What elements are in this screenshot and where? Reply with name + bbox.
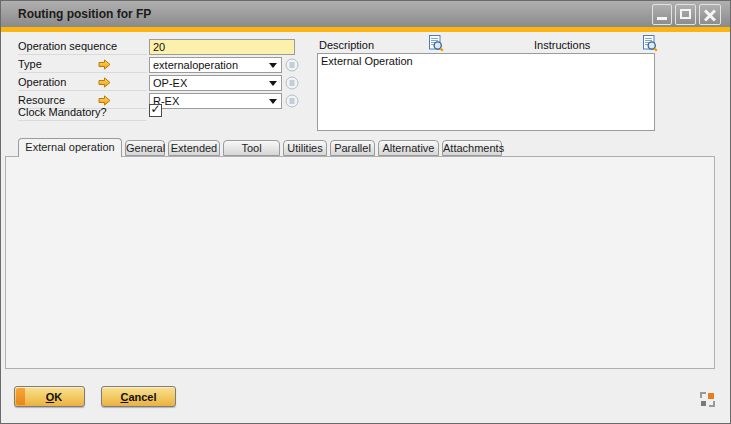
- tab-parallel[interactable]: Parallel: [330, 140, 375, 156]
- clock-mandatory-label: Clock Mandatory?: [18, 105, 147, 121]
- resource-dropdown[interactable]: R-EX: [149, 93, 282, 109]
- link-arrow-icon[interactable]: [98, 59, 111, 70]
- chevron-down-icon: [269, 99, 277, 104]
- external-operation-panel: [5, 156, 715, 369]
- tab-strip: External operation General Extended Tool…: [18, 138, 502, 157]
- operation-value: OP-EX: [153, 76, 269, 90]
- tab-utilities[interactable]: Utilities: [283, 140, 327, 156]
- tab-general[interactable]: General: [125, 140, 165, 156]
- ok-button[interactable]: OK: [14, 386, 85, 407]
- chevron-down-icon: [269, 63, 277, 68]
- link-arrow-icon[interactable]: [98, 77, 111, 88]
- type-label: Type: [18, 57, 147, 73]
- cancel-button[interactable]: Cancel: [101, 386, 176, 407]
- checkmark-icon: ✓: [150, 104, 161, 115]
- edit-description-icon[interactable]: [429, 35, 444, 52]
- default-button-stripe: [16, 388, 25, 405]
- tab-tool[interactable]: Tool: [223, 140, 280, 156]
- tab-alternative[interactable]: Alternative: [378, 140, 439, 156]
- choose-from-list-icon[interactable]: [285, 94, 299, 108]
- edit-instructions-icon[interactable]: [643, 35, 658, 52]
- resource-value: R-EX: [153, 94, 269, 108]
- routing-position-dialog: Routing position for FP Operation sequen…: [0, 0, 731, 424]
- tab-attachments[interactable]: Attachments: [442, 140, 502, 156]
- maximize-icon: [680, 9, 691, 19]
- maximize-button[interactable]: [675, 4, 696, 25]
- window-title: Routing position for FP: [18, 1, 151, 27]
- instructions-label: Instructions: [534, 38, 634, 54]
- description-textarea[interactable]: External Operation: [317, 53, 655, 131]
- operation-dropdown[interactable]: OP-EX: [149, 75, 282, 91]
- resize-grip-icon[interactable]: [700, 392, 716, 408]
- type-value: externaloperation: [153, 58, 269, 72]
- tab-extended[interactable]: Extended: [168, 140, 220, 156]
- description-label: Description: [319, 38, 419, 54]
- minimize-button[interactable]: [652, 4, 672, 25]
- choose-from-list-icon[interactable]: [285, 58, 299, 72]
- accent-stripe: [1, 27, 730, 32]
- type-dropdown[interactable]: externaloperation: [149, 57, 282, 73]
- operation-sequence-label: Operation sequence: [18, 39, 147, 55]
- chevron-down-icon: [269, 81, 277, 86]
- minimize-icon: [657, 17, 667, 20]
- choose-from-list-icon[interactable]: [285, 76, 299, 90]
- tab-external-operation[interactable]: External operation: [18, 138, 122, 157]
- operation-label: Operation: [18, 75, 147, 91]
- close-button[interactable]: [699, 4, 721, 25]
- titlebar: Routing position for FP: [1, 1, 730, 27]
- clock-mandatory-checkbox[interactable]: ✓: [149, 104, 162, 117]
- operation-sequence-input[interactable]: [149, 39, 295, 55]
